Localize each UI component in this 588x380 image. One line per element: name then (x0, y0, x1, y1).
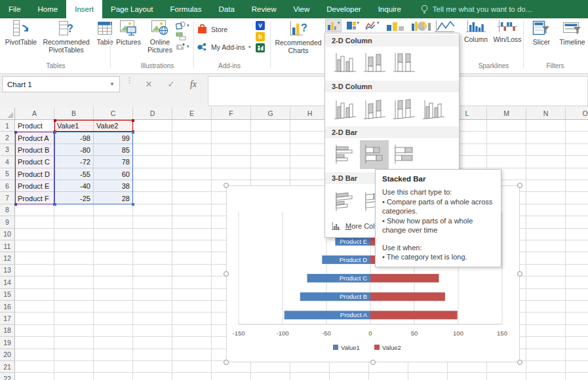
chart-type-3-d-column[interactable] (419, 94, 448, 123)
ribbon-tab-home[interactable]: Home (29, 0, 67, 18)
ribbon-tab-file[interactable]: File (0, 0, 29, 18)
ribbon-tab-view[interactable]: View (285, 0, 319, 18)
row-header-15[interactable]: 15 (0, 289, 15, 301)
column-header-D[interactable]: D (133, 107, 172, 120)
screenshot-button[interactable]: ▾ (176, 43, 189, 50)
cell-B3[interactable]: -80 (54, 144, 94, 156)
chart-selection-handle[interactable] (517, 183, 522, 188)
chart-type-stacked-bar[interactable] (360, 140, 389, 169)
column-header-G[interactable]: G (251, 107, 290, 120)
cell-B5[interactable]: -55 (54, 168, 94, 180)
row-header-16[interactable]: 16 (0, 301, 15, 313)
column-header-O[interactable]: O (566, 107, 588, 120)
cell-A4[interactable]: Product C (15, 156, 54, 168)
row-header-1[interactable]: 1 (0, 120, 15, 132)
my-addins-button[interactable]: My Add-ins ▾ (197, 42, 250, 52)
sparkline-winloss-button[interactable]: Win/Loss (492, 20, 522, 43)
cell-B7[interactable]: -25 (54, 192, 94, 204)
cell-B2[interactable]: -98 (54, 132, 94, 143)
insert-function-button[interactable]: fx (185, 76, 202, 92)
store-button[interactable]: Store (197, 24, 227, 35)
row-header-10[interactable]: 10 (0, 229, 15, 240)
row-header-22[interactable]: 22 (0, 373, 15, 380)
online-pictures-button[interactable]: Online Pictures (144, 20, 176, 54)
cell-C5[interactable]: 60 (94, 168, 133, 180)
row-header-20[interactable]: 20 (0, 349, 15, 361)
ribbon-tab-inquire[interactable]: Inquire (370, 0, 410, 18)
column-header-M[interactable]: M (487, 107, 526, 120)
row-header-13[interactable]: 13 (0, 265, 15, 276)
row-header-8[interactable]: 8 (0, 204, 15, 216)
ribbon-tab-review[interactable]: Review (243, 0, 285, 18)
cell-A2[interactable]: Product A (15, 132, 54, 143)
row-header-2[interactable]: 2 (0, 132, 15, 143)
row-header-19[interactable]: 19 (0, 337, 15, 349)
recommended-charts-button[interactable]: ? Recommended Charts (273, 20, 323, 54)
ribbon-tab-page-layout[interactable]: Page Layout (102, 0, 162, 18)
row-header-14[interactable]: 14 (0, 276, 15, 288)
pivottable-button[interactable]: PivotTable (3, 20, 39, 46)
cell-C3[interactable]: 85 (94, 144, 133, 156)
chart-type-clustered-column[interactable] (330, 48, 359, 77)
chart-selection-handle[interactable] (224, 271, 229, 276)
name-box[interactable]: Chart 1 ▼ (2, 76, 120, 92)
cancel-button[interactable]: ✕ (140, 76, 157, 92)
column-header-B[interactable]: B (54, 107, 94, 120)
chart-selection-handle[interactable] (224, 183, 229, 188)
column-header-A[interactable]: A (15, 107, 54, 120)
insert-combo-chart-button[interactable] (385, 20, 406, 32)
chart-type-3-d-clustered-bar[interactable] (330, 186, 359, 215)
people-graph-addin-button[interactable] (256, 43, 265, 52)
row-header-11[interactable]: 11 (0, 240, 15, 252)
row-header-6[interactable]: 6 (0, 180, 15, 192)
smartart-button[interactable] (176, 32, 189, 41)
cell-B4[interactable]: -72 (54, 156, 94, 168)
formula-bar-grip[interactable]: ⋮ (126, 78, 133, 82)
column-header-F[interactable]: F (212, 107, 251, 120)
row-header-7[interactable]: 7 (0, 192, 15, 204)
timeline-button[interactable]: Timeline (557, 20, 587, 46)
row-header-5[interactable]: 5 (0, 168, 15, 180)
chart-selection-handle[interactable] (517, 271, 522, 276)
chart-selection-handle[interactable] (224, 360, 229, 365)
chart-type-stacked-column[interactable] (360, 48, 389, 77)
cell-A5[interactable]: Product D (15, 168, 54, 180)
column-header-E[interactable]: E (172, 107, 212, 120)
ribbon-tab-formulas[interactable]: Formulas (162, 0, 210, 18)
pictures-button[interactable]: Pictures (113, 20, 144, 46)
sparkline-column-button[interactable]: Column (461, 20, 491, 43)
cell-C6[interactable]: 38 (94, 180, 133, 192)
ribbon-tab-insert[interactable]: Insert (66, 0, 102, 18)
column-header-H[interactable]: H (290, 107, 330, 120)
row-header-12[interactable]: 12 (0, 252, 15, 264)
row-header-9[interactable]: 9 (0, 216, 15, 228)
cell-C7[interactable]: 28 (94, 192, 133, 204)
row-header-3[interactable]: 3 (0, 144, 15, 156)
ribbon-tab-data[interactable]: Data (210, 0, 243, 18)
bing-maps-addin-button[interactable]: b (256, 32, 265, 41)
insert-hierarchy-chart-button[interactable]: ▾ (345, 20, 361, 31)
insert-column-chart-button[interactable]: ▾ (326, 20, 341, 31)
cell-B6[interactable]: -40 (54, 180, 94, 192)
cell-C4[interactable]: 78 (94, 156, 133, 168)
cell-A3[interactable]: Product B (15, 144, 54, 156)
chart-selection-handle[interactable] (517, 360, 522, 365)
chart-type-100-stacked-column[interactable] (389, 48, 418, 77)
chart-type-clustered-bar[interactable] (330, 140, 359, 169)
chart-type-100-stacked-bar[interactable] (389, 140, 418, 169)
select-all-corner[interactable] (0, 107, 15, 120)
recommended-pivottables-button[interactable]: ? Recommended PivotTables (38, 20, 94, 54)
name-box-dropdown-icon[interactable]: ▼ (105, 81, 119, 87)
row-header-4[interactable]: 4 (0, 156, 15, 168)
column-header-N[interactable]: N (526, 107, 566, 120)
chart-selection-handle[interactable] (370, 360, 376, 365)
tell-me-box[interactable]: Tell me what you want to do... (420, 0, 532, 18)
ribbon-tab-developer[interactable]: Developer (318, 0, 369, 18)
row-header-17[interactable]: 17 (0, 313, 15, 324)
visio-addin-button[interactable]: V (256, 21, 265, 30)
shapes-button[interactable]: ▾ (176, 21, 189, 30)
column-header-C[interactable]: C (94, 107, 133, 120)
enter-button[interactable]: ✓ (163, 76, 180, 92)
chart-type-3-d-100-stacked-column[interactable] (389, 94, 418, 123)
cell-C1[interactable]: Value2 (94, 120, 133, 132)
